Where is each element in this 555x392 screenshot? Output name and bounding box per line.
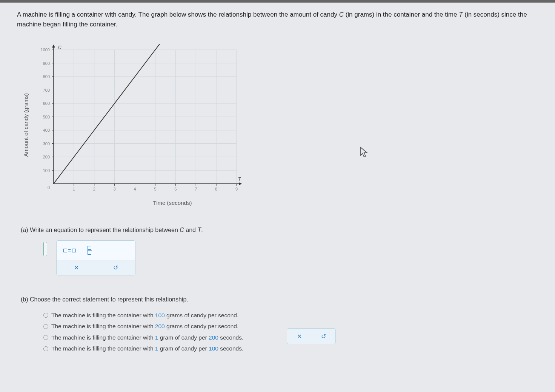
choice-text: The machine is filling the container wit… bbox=[51, 310, 238, 321]
equation-tool-panel: = ✕ ↺ bbox=[56, 240, 135, 275]
svg-text:9: 9 bbox=[235, 187, 238, 191]
choice-text: The machine is filling the container wit… bbox=[51, 332, 243, 343]
variable-c: C bbox=[339, 11, 344, 18]
variable-t: T bbox=[459, 11, 463, 18]
svg-text:2: 2 bbox=[93, 187, 95, 191]
choice-text: The machine is filling the container wit… bbox=[51, 321, 238, 332]
svg-text:C: C bbox=[58, 45, 61, 50]
line-chart: 1234567891002003004005006007008009001000… bbox=[33, 44, 244, 195]
part-a-label: (a) Write an equation to represent the r… bbox=[21, 227, 180, 233]
svg-text:900: 900 bbox=[43, 61, 50, 66]
clear-button[interactable]: ✕ bbox=[57, 260, 96, 275]
x-icon: ✕ bbox=[297, 333, 302, 340]
part-b-label: (b) Choose the correct statement to repr… bbox=[21, 296, 540, 303]
svg-text:T: T bbox=[238, 177, 241, 182]
svg-text:1000: 1000 bbox=[41, 48, 50, 52]
problem-statement: A machine is filling a container with ca… bbox=[17, 10, 538, 29]
svg-text:300: 300 bbox=[43, 141, 50, 146]
equation-input[interactable] bbox=[43, 242, 47, 256]
cursor-icon bbox=[360, 146, 369, 161]
svg-text:8: 8 bbox=[215, 187, 217, 191]
square-icon bbox=[63, 249, 67, 252]
part-b-action-panel: ✕ ↺ bbox=[287, 328, 336, 344]
radio-icon bbox=[43, 335, 48, 340]
choice-row[interactable]: The machine is filling the container wit… bbox=[43, 343, 540, 354]
svg-text:7: 7 bbox=[195, 187, 197, 191]
part-a-var-t: T bbox=[197, 227, 201, 233]
svg-text:0: 0 bbox=[48, 185, 50, 190]
chart-x-axis-label: Time (seconds) bbox=[153, 200, 192, 206]
square-icon bbox=[88, 246, 91, 250]
svg-text:1: 1 bbox=[73, 187, 75, 191]
square-icon bbox=[72, 249, 76, 252]
equation-template-button[interactable]: = bbox=[63, 247, 76, 254]
svg-text:500: 500 bbox=[43, 115, 50, 119]
x-icon: ✕ bbox=[74, 264, 79, 271]
svg-text:800: 800 bbox=[43, 74, 50, 79]
clear-button[interactable]: ✕ bbox=[297, 333, 302, 340]
reset-icon: ↺ bbox=[321, 333, 326, 340]
choice-text: The machine is filling the container wit… bbox=[51, 343, 243, 354]
svg-text:700: 700 bbox=[43, 88, 50, 92]
part-a-and: and bbox=[184, 227, 198, 233]
svg-text:4: 4 bbox=[134, 187, 136, 191]
part-a-var-c: C bbox=[180, 227, 184, 233]
fraction-template-button[interactable] bbox=[87, 246, 92, 255]
radio-icon bbox=[43, 313, 48, 318]
radio-icon bbox=[43, 324, 48, 329]
svg-text:200: 200 bbox=[43, 155, 50, 159]
part-a-period: . bbox=[201, 227, 203, 233]
svg-text:5: 5 bbox=[154, 187, 156, 191]
choice-row[interactable]: The machine is filling the container wit… bbox=[43, 310, 540, 321]
svg-text:400: 400 bbox=[43, 128, 50, 132]
problem-text-2: (in grams) in the container and the time bbox=[344, 11, 459, 18]
reset-icon: ↺ bbox=[113, 264, 118, 271]
svg-marker-22 bbox=[52, 45, 55, 48]
svg-text:100: 100 bbox=[43, 168, 50, 173]
square-icon bbox=[88, 251, 91, 255]
problem-text-1: A machine is filling a container with ca… bbox=[17, 11, 339, 18]
reset-button[interactable]: ↺ bbox=[96, 260, 135, 275]
radio-icon bbox=[43, 346, 48, 351]
svg-marker-20 bbox=[239, 182, 242, 185]
fraction-bar-icon bbox=[87, 250, 92, 251]
svg-text:600: 600 bbox=[43, 101, 50, 106]
reset-button[interactable]: ↺ bbox=[321, 333, 326, 340]
svg-text:6: 6 bbox=[174, 187, 177, 191]
equals-label: = bbox=[68, 247, 71, 254]
svg-text:3: 3 bbox=[114, 187, 116, 191]
chart-y-axis-label: Amount of candy (grams) bbox=[23, 93, 29, 157]
